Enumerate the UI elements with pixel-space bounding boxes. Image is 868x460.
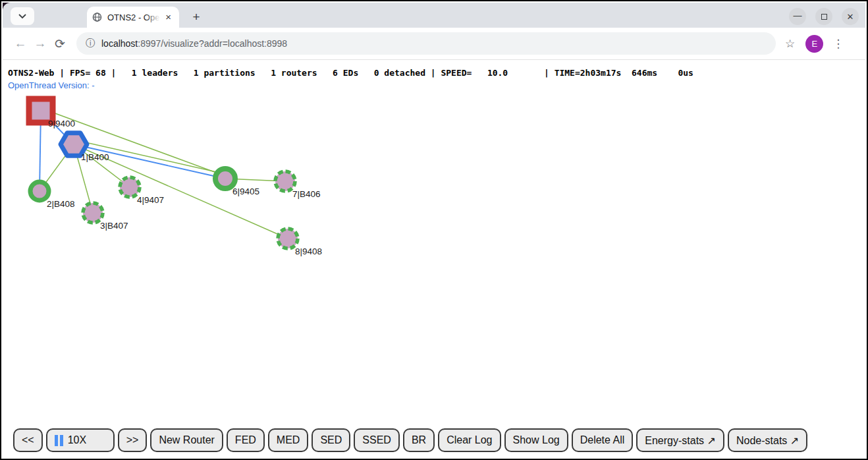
address-bar[interactable]: ⓘ localhost:8997/visualize?addr=localhos…: [76, 32, 776, 55]
toolbar-button-delete-all[interactable]: Delete All: [572, 428, 634, 452]
tab-close-icon[interactable]: ×: [163, 11, 174, 23]
tab-strip: OTNS2 - OpenThread Ne × + — ✕: [3, 3, 865, 28]
toolbar-button-label: >>: [126, 434, 139, 446]
bookmark-star-icon[interactable]: ☆: [785, 37, 795, 50]
browser-tab[interactable]: OTNS2 - OpenThread Ne ×: [87, 7, 179, 28]
node-label: 9|9400: [48, 119, 75, 129]
globe-favicon-icon: [92, 12, 102, 22]
toolbar-button-label: Node-stats ↗: [736, 434, 799, 447]
node-label: 3|B407: [100, 221, 128, 231]
toolbar-button-label: New Router: [159, 434, 214, 446]
tab-title: OTNS2 - OpenThread Ne: [107, 13, 160, 22]
url-text: localhost:8997/visualize?addr=localhost:…: [101, 38, 287, 49]
node-1|B400[interactable]: 1|B400: [61, 133, 109, 162]
toolbar-button-label: Energy-stats ↗: [645, 434, 716, 447]
node-6|9405[interactable]: 6|9405: [215, 169, 259, 196]
toolbar-button-label: SSED: [362, 434, 391, 446]
toolbar-button-br[interactable]: BR: [403, 428, 435, 452]
reload-icon[interactable]: ⟳: [50, 36, 70, 51]
toolbar-button-label: Delete All: [580, 434, 625, 446]
browser-window: OTNS2 - OpenThread Ne × + — ✕ ← → ⟳ ⓘ lo…: [0, 0, 868, 460]
toolbar-button-fed[interactable]: FED: [227, 428, 265, 452]
network-topology-canvas[interactable]: 9|94001|B4002|B4083|B4074|94076|94057|B4…: [1, 61, 868, 423]
node-label: 8|9408: [295, 246, 322, 256]
new-tab-button[interactable]: +: [187, 9, 205, 27]
chevron-down-icon: [18, 14, 26, 19]
node-label: 6|9405: [232, 187, 259, 196]
node-2|B408[interactable]: 2|B408: [30, 182, 75, 209]
site-info-icon[interactable]: ⓘ: [86, 38, 95, 49]
toolbar-button-label: 10X: [68, 434, 86, 446]
toolbar-button-ssed[interactable]: SSED: [354, 428, 400, 452]
node-9|9400[interactable]: 9|9400: [29, 99, 75, 129]
back-icon[interactable]: ←: [11, 36, 30, 51]
window-close-button[interactable]: ✕: [842, 8, 859, 25]
toolbar-button-show-log[interactable]: Show Log: [504, 428, 568, 452]
profile-avatar[interactable]: E: [805, 35, 823, 53]
window-minimize-button[interactable]: —: [789, 8, 806, 25]
simulator-action-bar: <<10X>>New RouterFEDMEDSEDSSEDBRClear Lo…: [13, 428, 807, 452]
node-label: 2|B408: [47, 199, 75, 209]
node-label: 4|9407: [137, 195, 164, 205]
toolbar-button-label: Clear Log: [447, 434, 492, 446]
toolbar-button-10x[interactable]: 10X: [46, 428, 115, 452]
toolbar-button-energy-stats[interactable]: Energy-stats ↗: [636, 428, 724, 452]
toolbar-button-node-stats[interactable]: Node-stats ↗: [728, 428, 807, 452]
toolbar-button-label: BR: [412, 434, 426, 446]
toolbar-button-label: <<: [22, 434, 34, 446]
window-maximize-button[interactable]: [815, 8, 832, 25]
toolbar-button-nextnext[interactable]: >>: [118, 428, 148, 452]
pause-icon: [55, 435, 63, 446]
tab-list-chevron-button[interactable]: [11, 7, 34, 25]
toolbar-button-new-router[interactable]: New Router: [150, 428, 223, 452]
browser-toolbar: ← → ⟳ ⓘ localhost:8997/visualize?addr=lo…: [3, 28, 865, 60]
toolbar-button-med[interactable]: MED: [268, 428, 309, 452]
toolbar-button-label: MED: [277, 434, 300, 446]
forward-icon[interactable]: →: [30, 36, 50, 51]
browser-menu-icon[interactable]: ⋮: [832, 37, 844, 50]
node-label: 7|B406: [292, 189, 321, 199]
node-label: 1|B400: [81, 152, 109, 162]
toolbar-button-label: Show Log: [513, 434, 560, 446]
node-8|9408[interactable]: 8|9408: [278, 229, 322, 256]
toolbar-button-label: SED: [320, 434, 342, 446]
toolbar-button-label: FED: [235, 434, 256, 446]
toolbar-button-sed[interactable]: SED: [312, 428, 350, 452]
node-3|B407[interactable]: 3|B407: [83, 203, 128, 231]
node-7|B406[interactable]: 7|B406: [275, 171, 321, 199]
toolbar-button-prevprev[interactable]: <<: [13, 428, 43, 452]
toolbar-button-clear-log[interactable]: Clear Log: [438, 428, 501, 452]
